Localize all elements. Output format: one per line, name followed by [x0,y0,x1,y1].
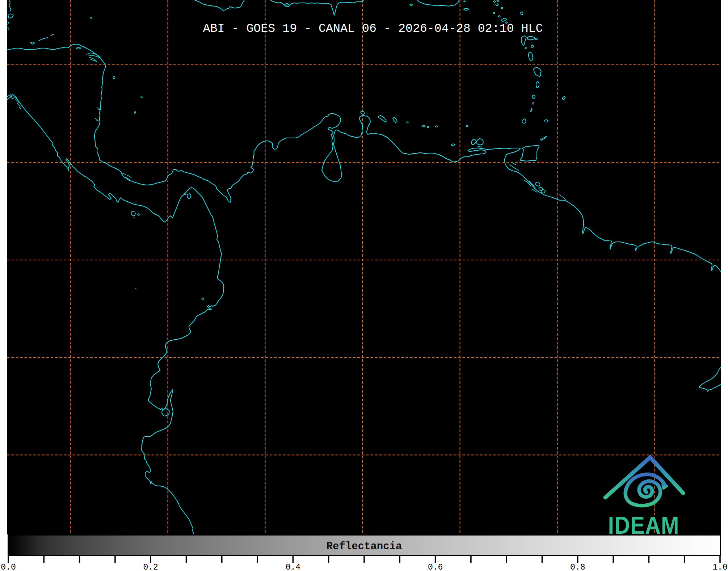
svg-text:0.2: 0.2 [143,563,158,571]
svg-text:0.8: 0.8 [570,563,585,571]
svg-text:0.0: 0.0 [1,563,16,571]
svg-text:1.0: 1.0 [712,563,727,571]
svg-text:0.4: 0.4 [286,563,300,571]
svg-text:ABI - GOES 19 - CANAL 06 - 202: ABI - GOES 19 - CANAL 06 - 2026-04-28 02… [203,22,543,35]
svg-text:0.6: 0.6 [428,563,443,571]
svg-text:Reflectancia: Reflectancia [327,541,402,553]
